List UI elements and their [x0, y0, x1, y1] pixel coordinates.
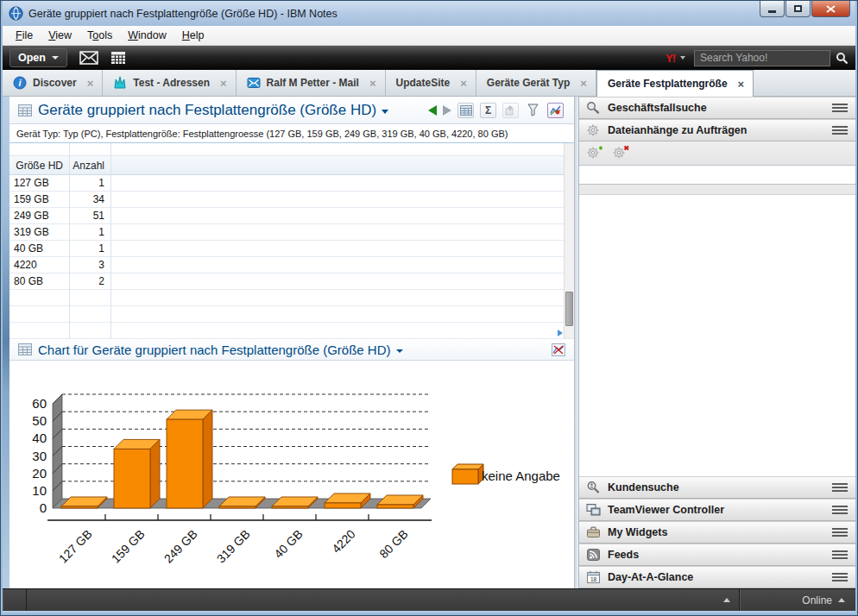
- panel-menu-icon[interactable]: [832, 550, 848, 559]
- column-header-anzahl[interactable]: Anzahl: [70, 156, 111, 175]
- chart-title-dropdown-icon[interactable]: [396, 349, 403, 353]
- table-empty-cell: [70, 290, 111, 306]
- search-icon[interactable]: [836, 52, 849, 65]
- view-subtitle: Gerät Typ: Typ (PC), Festplattengröße: F…: [16, 129, 508, 139]
- sidebar-panel-feeds[interactable]: Feeds: [579, 544, 855, 566]
- attachments-list-area[interactable]: [579, 194, 855, 476]
- remove-attachment-button[interactable]: [612, 144, 629, 163]
- close-tab-icon[interactable]: ×: [87, 77, 94, 90]
- yahoo-logo[interactable]: Y!: [666, 52, 675, 65]
- online-label: Online: [802, 594, 832, 607]
- splitter-collapse-icon[interactable]: [558, 330, 563, 336]
- sidebar-panel-my-widgets[interactable]: My Widgets: [579, 521, 855, 544]
- filter-button[interactable]: [525, 103, 541, 118]
- view-header: Geräte gruppiert nach Festplattengröße (…: [9, 97, 574, 124]
- panel-menu-icon[interactable]: [832, 126, 848, 135]
- view-grid-icon: [18, 104, 32, 116]
- panel-gap: [579, 185, 855, 194]
- table-row-count[interactable]: 1: [70, 224, 111, 241]
- table-corner-cell: [111, 143, 564, 156]
- menu-window[interactable]: Window: [120, 28, 173, 43]
- table-row-category[interactable]: 80 GB: [9, 273, 70, 290]
- calendar-icon: [110, 51, 126, 65]
- yahoo-dropdown-icon[interactable]: [680, 56, 685, 60]
- table-empty-cell: [9, 306, 70, 323]
- sum-button[interactable]: Σ: [480, 103, 496, 118]
- table-view-button[interactable]: [457, 103, 474, 118]
- tab-test-adressen[interactable]: Test - Adressen×: [103, 70, 236, 96]
- panel-menu-icon[interactable]: [832, 483, 848, 492]
- close-tab-icon[interactable]: ×: [220, 77, 227, 90]
- menu-file[interactable]: File: [8, 28, 41, 43]
- table-row-count[interactable]: 2: [70, 273, 111, 290]
- menu-view[interactable]: View: [41, 28, 79, 43]
- menu-help[interactable]: Help: [174, 28, 212, 43]
- sidebar-panel-geschaeftsfallsuche[interactable]: Geschäftsfallsuche: [579, 97, 855, 119]
- title-bar[interactable]: Geräte gruppiert nach Festplattengröße (…: [3, 1, 855, 26]
- left-collapsed-panel-handle[interactable]: [3, 97, 9, 588]
- panel-menu-icon[interactable]: [832, 104, 848, 112]
- close-tab-icon[interactable]: ×: [369, 77, 376, 90]
- table-row-category[interactable]: 249 GB: [9, 208, 70, 224]
- menu-tools[interactable]: Tools: [79, 28, 120, 43]
- close-tab-icon[interactable]: ×: [580, 77, 587, 90]
- close-button[interactable]: [811, 1, 850, 17]
- mail-toolbar-button[interactable]: [79, 51, 98, 65]
- table-row-category[interactable]: 159 GB: [9, 192, 70, 208]
- x-axis-label: 249 GB: [161, 527, 200, 566]
- close-tab-icon[interactable]: ×: [460, 77, 467, 90]
- sidebar-panel-teamviewer[interactable]: TeamViewer Controller: [579, 499, 855, 521]
- sidebar-panel-kundensuche[interactable]: Kundensuche: [579, 476, 855, 499]
- panel-title: Day-At-A-Glance: [608, 571, 693, 583]
- table-row-category[interactable]: 319 GB: [9, 224, 70, 241]
- sidebar-panel-dateianhaenge[interactable]: Dateianhänge zu Aufträgen: [579, 119, 855, 141]
- tab-ralf-m-petter-mail[interactable]: Ralf M Petter - Mail×: [237, 70, 386, 96]
- table-vertical-scrollbar[interactable]: [564, 143, 574, 338]
- column-header-groesse-hd[interactable]: Größe HD: [9, 156, 70, 175]
- chart-button[interactable]: [547, 103, 564, 118]
- view-title-dropdown-icon[interactable]: [382, 110, 388, 114]
- tab-geräte-gerät-typ[interactable]: Geräte Gerät Typ×: [476, 70, 596, 96]
- navigate-forward-icon[interactable]: [443, 105, 451, 116]
- panel-menu-icon[interactable]: [832, 506, 848, 514]
- table-row-count[interactable]: 1: [70, 175, 111, 192]
- panel-menu-icon[interactable]: [832, 528, 848, 537]
- navigate-back-icon[interactable]: [428, 105, 437, 116]
- table-row-category[interactable]: 127 GB: [9, 175, 70, 192]
- add-attachment-button[interactable]: [586, 144, 603, 163]
- search-input[interactable]: [694, 50, 830, 66]
- table-row-count[interactable]: 3: [70, 257, 111, 273]
- table-row-count[interactable]: 34: [70, 192, 111, 208]
- table-row-count[interactable]: 1: [70, 241, 111, 257]
- attachments-input-field[interactable]: [579, 165, 855, 185]
- calendar-toolbar-button[interactable]: [110, 51, 126, 65]
- close-chart-button[interactable]: [552, 343, 565, 356]
- scrollbar-thumb[interactable]: [565, 292, 573, 326]
- status-online-indicator[interactable]: Online: [740, 589, 855, 611]
- tab-updatesite[interactable]: UpdateSite×: [386, 70, 476, 96]
- sidebar-panel-day-at-a-glance[interactable]: 18 Day-At-A-Glance: [579, 566, 855, 588]
- svg-text:0: 0: [40, 500, 47, 515]
- close-tab-icon[interactable]: ×: [738, 78, 745, 91]
- panel-menu-icon[interactable]: [832, 573, 848, 581]
- table-corner-cell: [70, 143, 111, 156]
- table-row-count[interactable]: 51: [70, 208, 111, 224]
- status-segment-main[interactable]: [27, 589, 740, 611]
- table-empty-cell: [70, 323, 111, 339]
- minimize-button[interactable]: [760, 1, 785, 17]
- status-popup-icon[interactable]: [723, 598, 730, 602]
- open-list-button[interactable]: Open: [9, 48, 67, 67]
- legend-label: keine Angabe: [482, 468, 560, 483]
- tab-discover[interactable]: iDiscover×: [3, 70, 103, 96]
- search-person-icon: [586, 481, 601, 494]
- table-row-category[interactable]: 40 GB: [9, 241, 70, 257]
- maximize-button[interactable]: [785, 1, 811, 17]
- close-icon: [826, 5, 836, 13]
- table-row-category[interactable]: 4220: [9, 257, 70, 273]
- tab-geräte-festplattengröße[interactable]: Geräte Festplattengröße×: [596, 70, 754, 97]
- export-button[interactable]: [502, 103, 519, 118]
- funnel-icon: [527, 104, 539, 116]
- search-key-icon: [586, 101, 601, 115]
- menu-bar: FileViewToolsWindowHelp: [3, 26, 855, 46]
- status-segment-left[interactable]: [3, 589, 27, 611]
